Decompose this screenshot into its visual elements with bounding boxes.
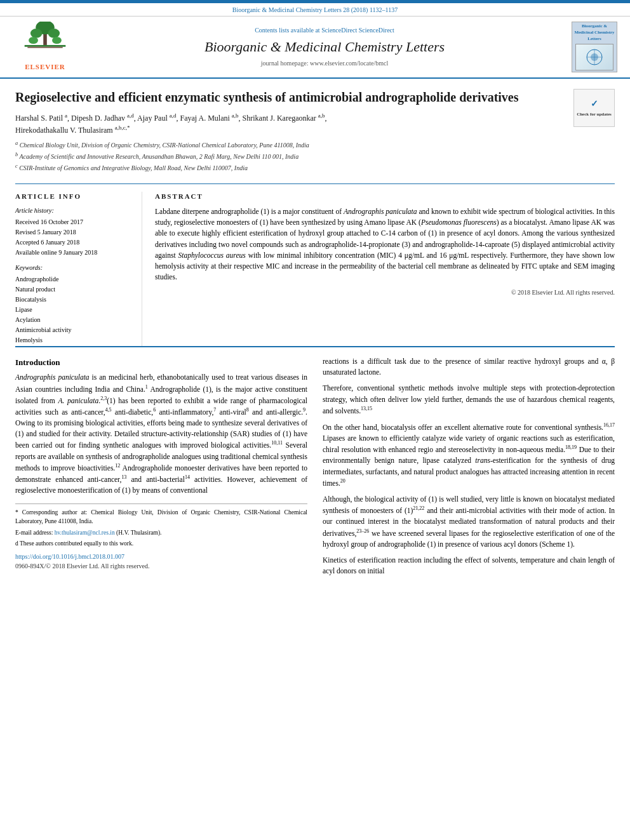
email-link[interactable]: hv.thulasiram@ncl.res.in <box>55 530 115 536</box>
intro-para-5: Although, the biological activity of (1)… <box>323 494 615 550</box>
check-updates-label: Check for updates <box>577 112 612 117</box>
affiliation-b: b Academy of Scientific and Innovative R… <box>15 151 615 161</box>
revised-date: Revised 5 January 2018 <box>15 228 133 237</box>
body-left-column: Introduction Andrographis paniculata is … <box>15 356 307 582</box>
check-updates-badge: ✓ Check for updates <box>573 89 615 127</box>
intro-para-3: Therefore, conventional synthetic method… <box>323 383 615 417</box>
svg-rect-7 <box>27 47 62 48</box>
svg-point-4 <box>48 29 60 38</box>
journal-homepage: journal homepage: www.elsevier.com/locat… <box>86 59 563 68</box>
affiliations: a Chemical Biology Unit, Division of Org… <box>15 140 615 173</box>
sciencedirect-name[interactable]: ScienceDirect <box>359 27 394 34</box>
article-info-header: ARTICLE INFO <box>15 192 133 201</box>
keywords-label: Keywords: <box>15 263 133 272</box>
article-info-abstract-section: ARTICLE INFO Article history: Received 1… <box>15 183 615 346</box>
footnotes: * Corresponding author at: Chemical Biol… <box>15 503 307 571</box>
keyword-1: Andrographolide <box>15 275 133 284</box>
abstract-header: ABSTRACT <box>155 192 615 201</box>
article-title: Regioselective and efficient enzymatic s… <box>15 90 519 104</box>
footnote-corresponding: * Corresponding author at: Chemical Biol… <box>15 508 307 526</box>
intro-para-2: reactions is a difficult task due to the… <box>323 356 615 378</box>
svg-point-3 <box>30 29 42 38</box>
introduction-title: Introduction <box>15 356 307 369</box>
intro-para-4: On the other hand, biocatalysis offer an… <box>323 422 615 489</box>
keywords-section: Keywords: Andrographolide Natural produc… <box>15 263 133 345</box>
affiliation-c: c CSIR-Institute of Genomics and Integra… <box>15 163 615 173</box>
issn-line: 0960-894X/© 2018 Elsevier Ltd. All right… <box>15 561 307 571</box>
keyword-2: Natural product <box>15 285 133 294</box>
journal-header-center: Contents lists available at ScienceDirec… <box>86 22 563 72</box>
journal-top-bar: Bioorganic & Medicinal Chemistry Letters… <box>0 3 630 17</box>
svg-point-5 <box>29 37 38 44</box>
abstract-column: ABSTRACT Labdane diterpene andrographoli… <box>155 192 615 346</box>
sciencedirect-link: Contents lists available at ScienceDirec… <box>86 26 563 35</box>
doi-line[interactable]: https://doi.org/10.1016/j.bmcl.2018.01.0… <box>15 552 307 561</box>
abstract-text: Labdane diterpene andrographolide (1) is… <box>155 206 615 283</box>
publisher-logo-area: ELSEVIER <box>10 22 80 72</box>
received-date: Received 16 October 2017 <box>15 218 133 227</box>
article-title-area: Regioselective and efficient enzymatic s… <box>15 89 615 105</box>
elsevier-label: ELSEVIER <box>25 62 65 72</box>
body-right-column: reactions is a difficult task due to the… <box>323 356 615 582</box>
journal-cover-image: Bioorganic & Medicinal Chemistry Letters <box>572 22 617 72</box>
check-icon: ✓ <box>591 98 598 110</box>
svg-rect-0 <box>25 45 66 47</box>
journal-citation: Bioorganic & Medicinal Chemistry Letters… <box>232 6 398 13</box>
article-info-column: ARTICLE INFO Article history: Received 1… <box>15 192 142 346</box>
elsevier-tree-icon <box>20 22 70 60</box>
elsevier-logo: ELSEVIER <box>20 22 70 72</box>
article-history: Article history: Received 16 October 201… <box>15 206 133 257</box>
keyword-7: Hemolysis <box>15 336 133 345</box>
accepted-date: Accepted 6 January 2018 <box>15 238 133 247</box>
copyright: © 2018 Elsevier Ltd. All rights reserved… <box>155 288 615 297</box>
main-content: Regioselective and efficient enzymatic s… <box>0 79 630 592</box>
keyword-6: Antimicrobial activity <box>15 326 133 335</box>
journal-header: ELSEVIER Contents lists available at Sci… <box>0 17 630 79</box>
journal-cover-area: Bioorganic & Medicinal Chemistry Letters <box>569 22 620 72</box>
intro-para-6: Kinetics of esterification reaction incl… <box>323 555 615 577</box>
journal-title: Bioorganic & Medicinal Chemistry Letters <box>86 37 563 57</box>
affiliation-a: a Chemical Biology Unit, Division of Org… <box>15 140 615 150</box>
authors-line: Harshal S. Patil a, Dipesh D. Jadhav a,d… <box>15 112 615 136</box>
svg-point-6 <box>52 37 62 44</box>
body-two-columns: Introduction Andrographis paniculata is … <box>15 356 615 582</box>
keyword-3: Biocatalysis <box>15 295 133 304</box>
keyword-4: Lipase <box>15 305 133 314</box>
footnote-email: E-mail address: hv.thulasiram@ncl.res.in… <box>15 528 307 537</box>
history-label: Article history: <box>15 206 133 215</box>
keyword-5: Acylation <box>15 316 133 324</box>
section-divider <box>15 346 615 347</box>
footnote-equal: d These authors contributed equally to t… <box>15 539 307 548</box>
available-date: Available online 9 January 2018 <box>15 248 133 257</box>
intro-para-1: Andrographis paniculata is an medicinal … <box>15 372 307 496</box>
